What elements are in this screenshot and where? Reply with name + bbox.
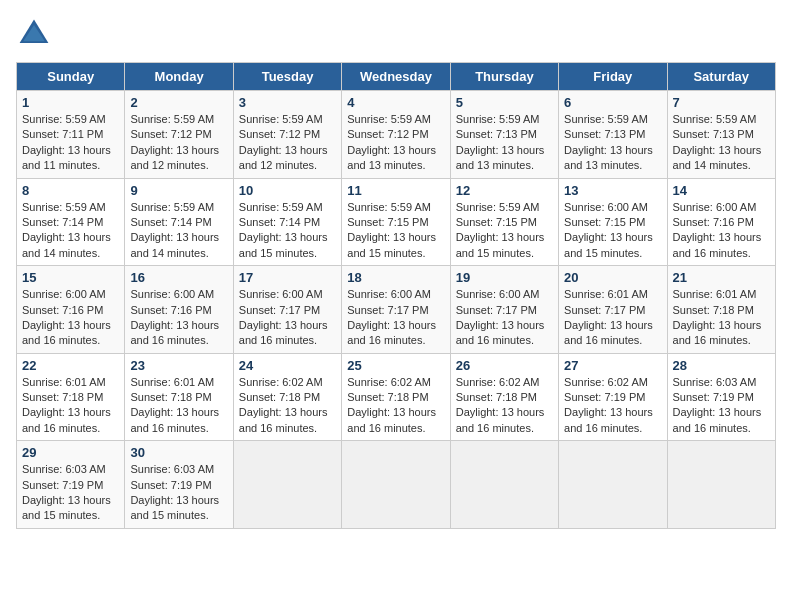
calendar-table: SundayMondayTuesdayWednesdayThursdayFrid… <box>16 62 776 529</box>
day-number: 22 <box>22 358 119 373</box>
day-info: Sunrise: 6:00 AMSunset: 7:16 PMDaylight:… <box>130 287 227 349</box>
day-number: 16 <box>130 270 227 285</box>
day-info: Sunrise: 6:03 AMSunset: 7:19 PMDaylight:… <box>673 375 770 437</box>
day-number: 27 <box>564 358 661 373</box>
day-info: Sunrise: 5:59 AMSunset: 7:14 PMDaylight:… <box>239 200 336 262</box>
day-info: Sunrise: 5:59 AMSunset: 7:12 PMDaylight:… <box>130 112 227 174</box>
day-info: Sunrise: 6:01 AMSunset: 7:18 PMDaylight:… <box>22 375 119 437</box>
day-cell: 23 Sunrise: 6:01 AMSunset: 7:18 PMDaylig… <box>125 353 233 441</box>
day-cell: 30 Sunrise: 6:03 AMSunset: 7:19 PMDaylig… <box>125 441 233 529</box>
day-info: Sunrise: 6:01 AMSunset: 7:18 PMDaylight:… <box>673 287 770 349</box>
day-cell: 9 Sunrise: 5:59 AMSunset: 7:14 PMDayligh… <box>125 178 233 266</box>
day-cell: 21 Sunrise: 6:01 AMSunset: 7:18 PMDaylig… <box>667 266 775 354</box>
day-number: 13 <box>564 183 661 198</box>
day-cell: 28 Sunrise: 6:03 AMSunset: 7:19 PMDaylig… <box>667 353 775 441</box>
header-cell-friday: Friday <box>559 63 667 91</box>
day-cell: 10 Sunrise: 5:59 AMSunset: 7:14 PMDaylig… <box>233 178 341 266</box>
day-info: Sunrise: 6:02 AMSunset: 7:18 PMDaylight:… <box>347 375 444 437</box>
day-cell: 4 Sunrise: 5:59 AMSunset: 7:12 PMDayligh… <box>342 91 450 179</box>
day-cell: 14 Sunrise: 6:00 AMSunset: 7:16 PMDaylig… <box>667 178 775 266</box>
week-row-2: 8 Sunrise: 5:59 AMSunset: 7:14 PMDayligh… <box>17 178 776 266</box>
day-cell: 12 Sunrise: 5:59 AMSunset: 7:15 PMDaylig… <box>450 178 558 266</box>
day-cell: 24 Sunrise: 6:02 AMSunset: 7:18 PMDaylig… <box>233 353 341 441</box>
day-info: Sunrise: 6:02 AMSunset: 7:18 PMDaylight:… <box>239 375 336 437</box>
day-number: 6 <box>564 95 661 110</box>
day-info: Sunrise: 6:00 AMSunset: 7:17 PMDaylight:… <box>456 287 553 349</box>
day-number: 3 <box>239 95 336 110</box>
day-number: 1 <box>22 95 119 110</box>
header-cell-monday: Monday <box>125 63 233 91</box>
day-info: Sunrise: 5:59 AMSunset: 7:14 PMDaylight:… <box>130 200 227 262</box>
day-info: Sunrise: 5:59 AMSunset: 7:12 PMDaylight:… <box>239 112 336 174</box>
day-info: Sunrise: 6:02 AMSunset: 7:18 PMDaylight:… <box>456 375 553 437</box>
day-number: 10 <box>239 183 336 198</box>
day-cell <box>233 441 341 529</box>
day-number: 9 <box>130 183 227 198</box>
day-cell: 8 Sunrise: 5:59 AMSunset: 7:14 PMDayligh… <box>17 178 125 266</box>
day-info: Sunrise: 5:59 AMSunset: 7:15 PMDaylight:… <box>456 200 553 262</box>
day-info: Sunrise: 5:59 AMSunset: 7:13 PMDaylight:… <box>673 112 770 174</box>
day-cell <box>667 441 775 529</box>
header-row: SundayMondayTuesdayWednesdayThursdayFrid… <box>17 63 776 91</box>
day-info: Sunrise: 6:00 AMSunset: 7:16 PMDaylight:… <box>22 287 119 349</box>
day-number: 30 <box>130 445 227 460</box>
header-cell-saturday: Saturday <box>667 63 775 91</box>
day-cell: 7 Sunrise: 5:59 AMSunset: 7:13 PMDayligh… <box>667 91 775 179</box>
day-number: 7 <box>673 95 770 110</box>
day-info: Sunrise: 6:00 AMSunset: 7:15 PMDaylight:… <box>564 200 661 262</box>
header-cell-wednesday: Wednesday <box>342 63 450 91</box>
day-info: Sunrise: 5:59 AMSunset: 7:11 PMDaylight:… <box>22 112 119 174</box>
header-cell-tuesday: Tuesday <box>233 63 341 91</box>
day-number: 12 <box>456 183 553 198</box>
day-number: 18 <box>347 270 444 285</box>
day-info: Sunrise: 6:03 AMSunset: 7:19 PMDaylight:… <box>22 462 119 524</box>
day-number: 19 <box>456 270 553 285</box>
day-number: 29 <box>22 445 119 460</box>
day-number: 14 <box>673 183 770 198</box>
week-row-4: 22 Sunrise: 6:01 AMSunset: 7:18 PMDaylig… <box>17 353 776 441</box>
week-row-5: 29 Sunrise: 6:03 AMSunset: 7:19 PMDaylig… <box>17 441 776 529</box>
day-number: 24 <box>239 358 336 373</box>
day-cell: 3 Sunrise: 5:59 AMSunset: 7:12 PMDayligh… <box>233 91 341 179</box>
day-info: Sunrise: 6:03 AMSunset: 7:19 PMDaylight:… <box>130 462 227 524</box>
day-cell: 17 Sunrise: 6:00 AMSunset: 7:17 PMDaylig… <box>233 266 341 354</box>
header-cell-thursday: Thursday <box>450 63 558 91</box>
day-number: 4 <box>347 95 444 110</box>
week-row-1: 1 Sunrise: 5:59 AMSunset: 7:11 PMDayligh… <box>17 91 776 179</box>
day-number: 21 <box>673 270 770 285</box>
day-number: 25 <box>347 358 444 373</box>
day-cell: 1 Sunrise: 5:59 AMSunset: 7:11 PMDayligh… <box>17 91 125 179</box>
day-number: 26 <box>456 358 553 373</box>
day-cell: 13 Sunrise: 6:00 AMSunset: 7:15 PMDaylig… <box>559 178 667 266</box>
day-cell <box>559 441 667 529</box>
day-info: Sunrise: 6:00 AMSunset: 7:16 PMDaylight:… <box>673 200 770 262</box>
day-number: 11 <box>347 183 444 198</box>
header-cell-sunday: Sunday <box>17 63 125 91</box>
day-cell: 5 Sunrise: 5:59 AMSunset: 7:13 PMDayligh… <box>450 91 558 179</box>
day-info: Sunrise: 5:59 AMSunset: 7:13 PMDaylight:… <box>564 112 661 174</box>
day-info: Sunrise: 5:59 AMSunset: 7:13 PMDaylight:… <box>456 112 553 174</box>
week-row-3: 15 Sunrise: 6:00 AMSunset: 7:16 PMDaylig… <box>17 266 776 354</box>
day-cell: 6 Sunrise: 5:59 AMSunset: 7:13 PMDayligh… <box>559 91 667 179</box>
day-cell: 27 Sunrise: 6:02 AMSunset: 7:19 PMDaylig… <box>559 353 667 441</box>
logo <box>16 16 56 52</box>
day-info: Sunrise: 6:00 AMSunset: 7:17 PMDaylight:… <box>239 287 336 349</box>
day-number: 28 <box>673 358 770 373</box>
logo-icon <box>16 16 52 52</box>
day-cell: 29 Sunrise: 6:03 AMSunset: 7:19 PMDaylig… <box>17 441 125 529</box>
day-cell: 11 Sunrise: 5:59 AMSunset: 7:15 PMDaylig… <box>342 178 450 266</box>
day-cell: 19 Sunrise: 6:00 AMSunset: 7:17 PMDaylig… <box>450 266 558 354</box>
day-info: Sunrise: 5:59 AMSunset: 7:12 PMDaylight:… <box>347 112 444 174</box>
day-number: 17 <box>239 270 336 285</box>
day-number: 5 <box>456 95 553 110</box>
day-info: Sunrise: 5:59 AMSunset: 7:15 PMDaylight:… <box>347 200 444 262</box>
day-cell: 22 Sunrise: 6:01 AMSunset: 7:18 PMDaylig… <box>17 353 125 441</box>
day-number: 15 <box>22 270 119 285</box>
day-number: 20 <box>564 270 661 285</box>
day-cell: 25 Sunrise: 6:02 AMSunset: 7:18 PMDaylig… <box>342 353 450 441</box>
day-cell: 2 Sunrise: 5:59 AMSunset: 7:12 PMDayligh… <box>125 91 233 179</box>
day-number: 23 <box>130 358 227 373</box>
header <box>16 16 776 52</box>
day-info: Sunrise: 6:02 AMSunset: 7:19 PMDaylight:… <box>564 375 661 437</box>
day-info: Sunrise: 6:01 AMSunset: 7:17 PMDaylight:… <box>564 287 661 349</box>
